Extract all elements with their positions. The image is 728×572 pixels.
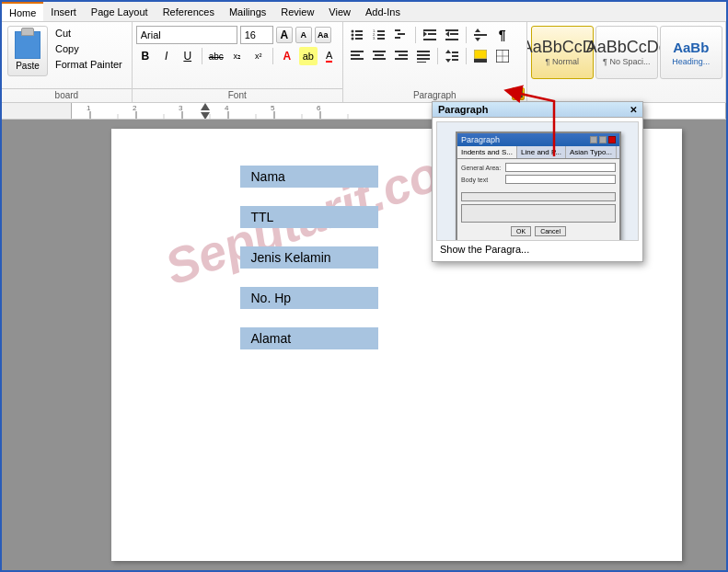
cut-button[interactable]: Cut (52, 26, 126, 40)
table-row: TTL (240, 206, 378, 228)
show-marks-button[interactable]: ¶ (492, 26, 513, 44)
mini-ok-button[interactable]: OK (511, 226, 531, 236)
underline-button[interactable]: U (179, 47, 197, 65)
increase-indent-button[interactable] (442, 26, 462, 44)
no-hp-cell: No. Hp (240, 287, 378, 309)
svg-rect-27 (351, 54, 360, 56)
menu-home[interactable]: Home (2, 2, 43, 21)
mini-paragraph-dialog: Paragraph Indents and S... Line and P...… (456, 132, 621, 241)
mini-dialog-body: General Area: Body text (457, 159, 619, 240)
font-grow-button[interactable]: A (276, 27, 293, 43)
shading-button[interactable] (470, 47, 491, 65)
borders-button[interactable] (492, 47, 513, 65)
align-right-icon (395, 50, 408, 63)
svg-marker-71 (201, 103, 210, 110)
mini-maximize-button[interactable] (599, 136, 607, 143)
sort-icon (474, 29, 487, 41)
numbering-button[interactable]: 1.2.3. (369, 26, 389, 44)
svg-rect-28 (351, 58, 364, 60)
font-row2: B I U abc x₂ x² A ab A (136, 47, 339, 65)
menu-review[interactable]: Review (273, 2, 321, 21)
font-shrink-button[interactable]: A (295, 27, 312, 43)
svg-text:6: 6 (317, 104, 321, 112)
mini-dialog-header: Paragraph (457, 133, 619, 146)
menu-add-ins[interactable]: Add-Ins (358, 2, 408, 21)
mini-minimize-button[interactable] (590, 136, 597, 143)
separator1 (202, 48, 202, 64)
svg-rect-17 (428, 33, 436, 35)
highlight-color-button[interactable]: ab (299, 47, 318, 65)
style-nospacing-button[interactable]: AaBbCcDc ¶ No Spaci... (595, 26, 658, 79)
mini-tab-indents[interactable]: Indents and S... (457, 146, 517, 158)
mini-tab-line[interactable]: Line and P... (517, 146, 566, 158)
mini-dialog-tabs: Indents and S... Line and P... Asian Typ… (457, 146, 619, 159)
bullets-button[interactable] (347, 26, 367, 44)
mini-field-row4 (461, 204, 616, 223)
justify-icon (417, 50, 430, 63)
mini-input2[interactable] (505, 175, 616, 184)
svg-line-50 (514, 90, 522, 97)
svg-rect-44 (452, 59, 458, 61)
mini-tab-asian[interactable]: Asian Typo... (566, 146, 617, 158)
font-color-button[interactable]: A (278, 47, 296, 65)
svg-rect-31 (375, 54, 384, 56)
sort-button[interactable] (470, 26, 491, 44)
svg-rect-7 (377, 30, 385, 32)
nama-cell: Nama (240, 166, 378, 188)
alamat-cell: Alamat (240, 327, 378, 349)
justify-button[interactable] (413, 47, 433, 65)
menu-references[interactable]: References (156, 2, 222, 21)
align-right-button[interactable] (391, 47, 411, 65)
style-heading-sample: AaBb (673, 40, 709, 55)
svg-rect-25 (474, 34, 487, 36)
svg-rect-35 (395, 58, 408, 60)
align-center-button[interactable] (369, 47, 389, 65)
mini-close-button[interactable] (608, 136, 616, 143)
svg-rect-12 (395, 29, 400, 31)
svg-text:5: 5 (271, 104, 275, 112)
para-sep3 (437, 48, 438, 64)
text-color-button[interactable]: A (320, 47, 339, 65)
menu-view[interactable]: View (321, 2, 358, 21)
svg-rect-37 (417, 54, 430, 56)
paste-icon (15, 31, 40, 59)
bold-button[interactable]: B (136, 47, 155, 65)
subscript-button[interactable]: x₂ (228, 47, 247, 65)
style-normal-label: ¶ Normal (546, 57, 579, 66)
style-normal-button[interactable]: AaBbCcDc ¶ Normal (531, 26, 594, 79)
format-painter-button[interactable]: Format Painter (52, 57, 126, 72)
copy-button[interactable]: Copy (52, 41, 126, 56)
mini-field-row3 (461, 192, 616, 201)
multilevel-list-button[interactable] (391, 26, 411, 44)
menu-insert[interactable]: Insert (43, 2, 84, 21)
document-content: Nama TTL Jenis Kelamin No. Hp Alamat (240, 166, 378, 368)
font-size-input[interactable] (240, 26, 273, 44)
style-heading-button[interactable]: AaBb Heading... (660, 26, 722, 79)
svg-point-0 (351, 30, 353, 33)
numbering-icon: 1.2.3. (373, 29, 386, 41)
decrease-indent-button[interactable] (420, 26, 440, 44)
clear-format-button[interactable]: Aa (315, 27, 331, 43)
mini-cancel-button[interactable]: Cancel (535, 226, 566, 236)
svg-rect-46 (474, 59, 487, 63)
strikethrough-button[interactable]: abc (207, 47, 225, 65)
line-spacing-button[interactable] (442, 47, 462, 65)
italic-button[interactable]: I (157, 47, 176, 65)
svg-marker-70 (201, 112, 210, 120)
paragraph-expand-button[interactable] (512, 87, 525, 100)
mini-input1[interactable] (505, 163, 616, 172)
font-name-input[interactable] (136, 26, 237, 44)
menu-mailings[interactable]: Mailings (222, 2, 273, 21)
svg-rect-1 (355, 30, 363, 32)
align-left-button[interactable] (347, 47, 367, 65)
svg-marker-15 (423, 31, 427, 37)
popup-preview: Paragraph Indents and S... Line and P...… (436, 121, 639, 241)
mini-dialog-controls (590, 136, 616, 143)
superscript-button[interactable]: x² (249, 47, 268, 65)
sidebar-left (2, 120, 66, 570)
paragraph-popup: Paragraph ✕ Paragraph Indents and S... L… (432, 101, 643, 262)
paste-button[interactable]: Paste (7, 26, 48, 76)
popup-title: Paragraph (438, 104, 488, 115)
svg-marker-41 (445, 59, 451, 63)
menu-page-layout[interactable]: Page Layout (84, 2, 156, 21)
